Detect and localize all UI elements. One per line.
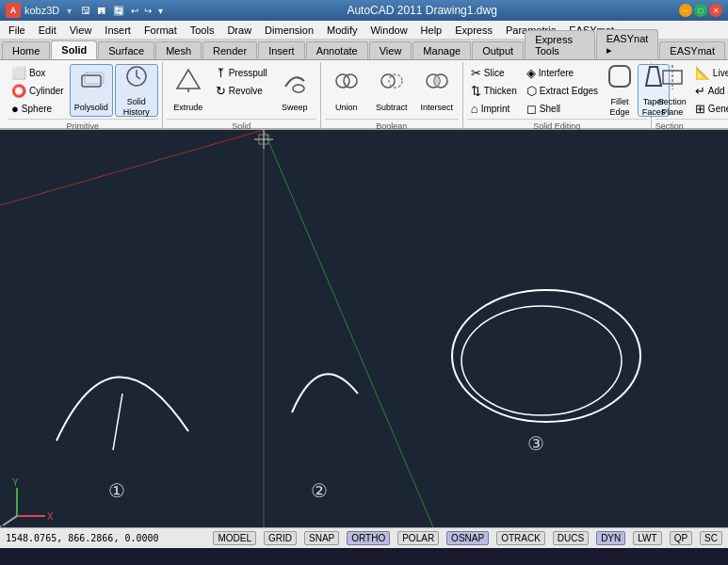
tab-express-tools[interactable]: Express Tools <box>525 30 595 59</box>
union-icon <box>333 68 360 100</box>
svg-point-7 <box>344 74 357 88</box>
tab-surface[interactable]: Surface <box>98 41 154 59</box>
sweep-icon <box>282 68 308 100</box>
ribbon-group-solid-editing: ✂ Slice ⇅ Thicken ⌂ Imprint ◈ In <box>463 62 652 133</box>
btn-solid-history[interactable]: Solid History <box>115 64 158 117</box>
svg-point-9 <box>389 74 402 88</box>
solid-history-icon <box>123 63 150 95</box>
cad-canvas: ① ② ③ X Y Z <box>0 130 728 527</box>
tab-mesh[interactable]: Mesh <box>155 41 202 59</box>
status-ortho[interactable]: ORTHO <box>347 531 390 545</box>
presspull-icon: ⤒ <box>216 66 226 80</box>
btn-box[interactable]: ⬜ Box <box>8 64 68 81</box>
btn-add-jog[interactable]: ↵ Add Jog <box>691 82 728 99</box>
menu-window[interactable]: Window <box>364 23 413 38</box>
tab-view[interactable]: View <box>369 41 413 59</box>
tab-easymat[interactable]: EASYmat <box>659 41 725 59</box>
imprint-icon: ⌂ <box>471 102 478 116</box>
status-model[interactable]: MODEL <box>213 531 256 545</box>
sphere-icon: ● <box>11 102 19 116</box>
btn-presspull[interactable]: ⤒ Presspull <box>212 64 271 81</box>
status-grid[interactable]: GRID <box>264 531 297 545</box>
tab-solid[interactable]: Solid <box>51 40 97 59</box>
status-polar[interactable]: POLAR <box>397 531 439 545</box>
coordinates: 1548.0765, 866.2866, 0.0000 <box>6 533 159 543</box>
status-qp[interactable]: QP <box>670 531 692 545</box>
btn-extrude[interactable]: Extrude <box>167 64 210 117</box>
btn-sweep[interactable]: Sweep <box>273 64 316 117</box>
status-otrack[interactable]: OTRACK <box>496 531 545 545</box>
title-text: AutoCAD 2011 Drawing1.dwg <box>165 4 679 17</box>
ribbon-group-solid: Extrude ⤒ Presspull ↻ Revolve <box>163 62 321 133</box>
btn-extract-edges[interactable]: ⬡ Extract Edges <box>523 82 602 99</box>
btn-subtract[interactable]: Subtract <box>370 64 413 117</box>
status-osnap[interactable]: OSNAP <box>446 531 489 545</box>
thicken-icon: ⇅ <box>471 84 481 98</box>
tab-insert[interactable]: Insert <box>258 41 305 59</box>
svg-line-18 <box>264 130 433 527</box>
btn-shell[interactable]: ◻ Shell <box>523 100 602 117</box>
ribbon: ⬜ Box ⭕ Cylinder ● Sphere <box>0 60 728 135</box>
section-plane-icon <box>659 63 686 95</box>
app-icon: A <box>6 3 21 18</box>
btn-imprint[interactable]: ⌂ Imprint <box>467 100 521 117</box>
svg-point-6 <box>336 74 349 88</box>
cylinder-icon: ⭕ <box>11 84 26 98</box>
menu-tools[interactable]: Tools <box>184 23 221 38</box>
menu-format[interactable]: Format <box>138 23 184 38</box>
cad-area[interactable]: ① ② ③ X Y Z <box>0 130 728 527</box>
tab-easynate[interactable]: EASYnat ▸ <box>596 29 659 59</box>
menu-view[interactable]: View <box>63 23 99 38</box>
svg-rect-12 <box>609 66 630 87</box>
generate-section-icon: ⊞ <box>695 102 705 116</box>
menu-file[interactable]: File <box>2 23 32 38</box>
btn-revolve[interactable]: ↻ Revolve <box>212 82 271 99</box>
btn-polysolid[interactable]: Polysolid <box>70 64 113 117</box>
tab-render[interactable]: Render <box>202 41 257 59</box>
menu-dimension[interactable]: Dimension <box>258 23 320 38</box>
svg-text:①: ① <box>108 480 125 501</box>
extract-edges-icon: ⬡ <box>526 84 537 98</box>
live-section-icon: 📐 <box>695 66 710 80</box>
btn-interfere[interactable]: ◈ Interfere <box>523 64 602 81</box>
tab-manage[interactable]: Manage <box>413 41 471 59</box>
btn-fillet-edge[interactable]: Fillet Edge <box>604 64 636 117</box>
add-jog-icon: ↵ <box>695 84 705 98</box>
btn-section-plane[interactable]: Section Plane <box>655 64 689 117</box>
maximize-button[interactable]: □ <box>694 4 707 17</box>
btn-live-section[interactable]: 📐 Live Section <box>691 64 728 81</box>
extrude-icon <box>175 68 202 100</box>
minimize-button[interactable]: ─ <box>679 4 692 17</box>
tab-output[interactable]: Output <box>472 41 524 59</box>
close-button[interactable]: ✕ <box>709 4 722 17</box>
btn-union[interactable]: Union <box>325 64 368 117</box>
menu-help[interactable]: Help <box>414 23 449 38</box>
btn-thicken[interactable]: ⇅ Thicken <box>467 82 521 99</box>
status-dyn[interactable]: DYN <box>596 531 625 545</box>
tab-home[interactable]: Home <box>2 41 50 59</box>
status-snap[interactable]: SNAP <box>304 531 339 545</box>
status-lwt[interactable]: LWT <box>633 531 661 545</box>
btn-cylinder[interactable]: ⭕ Cylinder <box>8 82 68 99</box>
svg-text:X: X <box>47 511 54 522</box>
svg-marker-3 <box>177 70 200 89</box>
menu-draw[interactable]: Draw <box>220 23 258 38</box>
polysolid-icon <box>78 68 105 100</box>
menu-insert[interactable]: Insert <box>98 23 138 38</box>
btn-intersect[interactable]: Intersect <box>415 64 459 117</box>
menu-express[interactable]: Express <box>448 23 499 38</box>
status-ducs[interactable]: DUCS <box>553 531 589 545</box>
btn-sphere[interactable]: ● Sphere <box>8 100 68 117</box>
svg-point-27 <box>461 306 622 415</box>
fillet-edge-icon <box>607 63 633 95</box>
shell-icon: ◻ <box>526 102 537 116</box>
btn-slice[interactable]: ✂ Slice <box>467 64 521 81</box>
menu-modify[interactable]: Modify <box>320 23 364 38</box>
tab-annotate[interactable]: Annotate <box>306 41 368 59</box>
box-icon: ⬜ <box>11 66 26 80</box>
menu-edit[interactable]: Edit <box>32 23 63 38</box>
svg-point-26 <box>452 290 640 422</box>
status-sc[interactable]: SC <box>700 531 722 545</box>
svg-point-8 <box>381 74 395 88</box>
btn-generate-section[interactable]: ⊞ Generate Section <box>691 100 728 117</box>
